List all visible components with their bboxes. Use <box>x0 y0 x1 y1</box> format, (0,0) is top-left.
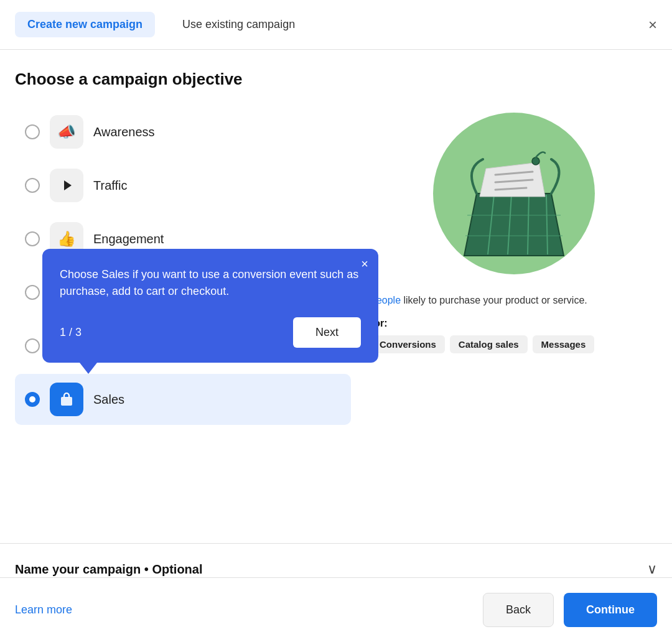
campaign-name-label: Name your campaign • Optional <box>15 562 203 577</box>
tab-create-new[interactable]: Create new campaign <box>15 12 155 37</box>
traffic-icon <box>50 169 83 202</box>
main-content: Choose a campaign objective 📣 Awareness … <box>0 50 672 425</box>
info-description-text: likely to purchase your product or servi… <box>401 295 587 305</box>
header-tabs: Create new campaign Use existing campaig… <box>0 0 672 50</box>
tooltip-text: Choose Sales if you want to use a conver… <box>60 266 361 300</box>
footer-buttons: Back Continue <box>483 593 657 627</box>
tag-conversions: Conversions <box>371 335 445 353</box>
radio-5[interactable] <box>25 338 40 353</box>
radio-awareness[interactable] <box>25 124 40 139</box>
tag-catalog-sales: Catalog sales <box>450 335 528 353</box>
info-for-label: for: <box>371 318 657 329</box>
tag-list: Conversions Catalog sales Messages <box>371 335 657 353</box>
engagement-label: Engagement <box>93 232 164 246</box>
awareness-label: Awareness <box>93 125 155 139</box>
radio-sales[interactable] <box>25 392 40 407</box>
radio-4[interactable] <box>25 285 40 300</box>
objective-item-awareness[interactable]: 📣 Awareness <box>15 106 351 157</box>
svg-marker-3 <box>464 193 564 256</box>
continue-button[interactable]: Continue <box>564 593 657 627</box>
objective-item-sales[interactable]: Sales <box>15 374 351 425</box>
info-panel: people likely to purchase your product o… <box>351 106 657 425</box>
svg-rect-1 <box>61 397 72 406</box>
info-description: people likely to purchase your product o… <box>371 293 657 308</box>
radio-traffic[interactable] <box>25 178 40 193</box>
close-button[interactable]: × <box>648 17 657 32</box>
awareness-icon: 📣 <box>50 115 83 149</box>
footer: Learn more Back Continue <box>0 577 672 642</box>
tooltip-next-button[interactable]: Next <box>293 317 361 348</box>
basket-illustration <box>427 106 601 281</box>
tooltip-footer: 1 / 3 Next <box>60 317 361 348</box>
back-button[interactable]: Back <box>483 593 554 627</box>
svg-marker-0 <box>64 180 72 190</box>
tooltip-pagination: 1 / 3 <box>60 326 82 339</box>
svg-point-14 <box>532 157 539 165</box>
sales-label: Sales <box>93 393 124 407</box>
tooltip-popup: × Choose Sales if you want to use a conv… <box>42 249 378 363</box>
section-title: Choose a campaign objective <box>15 70 657 89</box>
tab-use-existing[interactable]: Use existing campaign <box>170 12 307 37</box>
radio-engagement[interactable] <box>25 231 40 246</box>
traffic-label: Traffic <box>93 179 127 193</box>
tag-messages: Messages <box>533 335 595 353</box>
learn-more-link[interactable]: Learn more <box>15 603 72 616</box>
chevron-down-icon: ∨ <box>647 561 657 577</box>
objective-item-traffic[interactable]: Traffic <box>15 160 351 211</box>
tooltip-close-button[interactable]: × <box>361 258 368 270</box>
sales-icon <box>50 383 83 416</box>
